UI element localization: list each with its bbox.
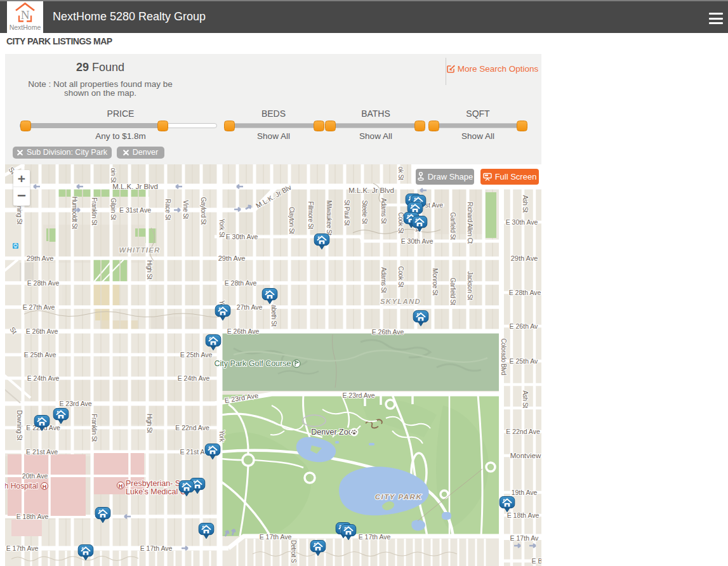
svg-text:N: N [21, 8, 30, 22]
svg-text:E 22nd Ave: E 22nd Ave [175, 424, 209, 431]
svg-text:H: H [43, 484, 47, 490]
svg-text:Cook St: Cook St [397, 267, 404, 287]
svg-text:ok St: ok St [397, 167, 404, 180]
svg-text:E 22nd Ave: E 22nd Ave [506, 428, 540, 435]
svg-text:29th Ave: 29th Ave [218, 254, 246, 262]
svg-text:Humboldt St: Humboldt St [71, 197, 78, 229]
svg-text:E 23rd Ave: E 23rd Ave [342, 392, 374, 399]
svg-text:Clayton St: Clayton St [288, 207, 295, 234]
svg-text:WHITTIER: WHITTIER [119, 246, 160, 254]
svg-text:Franklin St: Franklin St [91, 197, 98, 225]
svg-text:Adams St: Adams St [380, 267, 387, 293]
svg-text:Adams St: Adams St [380, 198, 387, 224]
svg-text:h Hospital: h Hospital [5, 482, 38, 490]
svg-text:York: York [218, 430, 225, 442]
svg-text:M.L.K. Jr Blvd: M.L.K. Jr Blvd [348, 187, 394, 194]
svg-text:E 25th Av: E 25th Av [510, 357, 539, 365]
svg-text:Gaylord St: Gaylord St [200, 197, 207, 225]
svg-text:Garfield St: Garfield St [449, 278, 456, 305]
svg-text:Fillmore St: Fillmore St [307, 201, 314, 229]
svg-text:E 30th Ave: E 30th Ave [506, 218, 538, 226]
svg-text:City Park Golf Course: City Park Golf Course [215, 359, 291, 368]
svg-text:29th Ave: 29th Ave [27, 254, 54, 262]
svg-text:27th Ave: 27th Ave [237, 303, 263, 311]
svg-text:E 17th Ave: E 17th Ave [359, 533, 391, 541]
svg-text:E B: E B [532, 557, 541, 565]
svg-text:Ash St: Ash St [522, 390, 529, 408]
svg-text:E 17th Av: E 17th Av [510, 534, 539, 542]
svg-text:E 24th Ave: E 24th Ave [27, 374, 60, 382]
svg-text:19th Ave: 19th Ave [512, 489, 538, 496]
svg-text:E 23rd Ave: E 23rd Ave [59, 400, 91, 407]
svg-text:E 25th Ave: E 25th Ave [180, 351, 213, 359]
svg-text:Race St: Race St [164, 199, 171, 220]
svg-text:Luke's Medical C: Luke's Medical C [126, 487, 186, 496]
svg-text:Garfield St: Garfield St [449, 213, 456, 240]
svg-text:SKYLAND: SKYLAND [380, 298, 421, 305]
svg-text:E 17th Ave: E 17th Ave [6, 544, 39, 552]
svg-text:E 28th Ave: E 28th Ave [509, 289, 541, 296]
svg-text:abeth St: abeth St [270, 305, 277, 327]
svg-text:Franklin St: Franklin St [91, 414, 98, 442]
svg-text:Milwaukee St: Milwaukee St [326, 201, 333, 235]
svg-text:E 25th Ave: E 25th Ave [24, 351, 56, 359]
svg-text:M.L.K. Jr Blvd: M.L.K. Jr Blvd [112, 183, 158, 190]
svg-text:E 28th Ave: E 28th Ave [27, 279, 60, 287]
svg-text:York St: York St [218, 218, 225, 237]
svg-text:E 27th Ave: E 27th Ave [23, 303, 55, 311]
svg-text:E 26th Ave: E 26th Ave [227, 327, 260, 335]
svg-text:Richard Allen Ct: Richard Allen Ct [467, 202, 473, 244]
svg-text:CITY PARK: CITY PARK [375, 493, 422, 501]
svg-text:E 17th Ave: E 17th Ave [140, 544, 173, 552]
svg-text:Jackson St: Jackson St [467, 272, 473, 301]
svg-text:Ash St: Ash St [522, 195, 529, 213]
svg-text:E 18th Ave: E 18th Ave [17, 513, 49, 520]
svg-text:E 30th Ave: E 30th Ave [401, 237, 433, 245]
svg-text:E 17th Ave: E 17th Ave [260, 533, 292, 541]
svg-text:Denver Zoo: Denver Zoo [311, 428, 352, 437]
svg-text:NextHome: NextHome [10, 23, 41, 31]
svg-text:E 24th Ave: E 24th Ave [178, 374, 210, 382]
svg-text:Monroe St: Monroe St [432, 268, 439, 296]
svg-text:E 31st Ave: E 31st Ave [119, 206, 151, 214]
svg-text:Presbyterian- St.: Presbyterian- St. [126, 479, 185, 488]
svg-text:Colorado Blvd: Colorado Blvd [500, 338, 507, 375]
svg-text:E 21st Ave: E 21st Ave [26, 448, 58, 456]
svg-text:Detroit S: Detroit S [290, 540, 297, 563]
svg-text:E 26th Ave: E 26th Ave [372, 328, 404, 336]
svg-text:Gilpin St: Gilpin St [110, 198, 117, 220]
svg-text:ning St: ning St [16, 206, 23, 225]
svg-text:E 26th Av: E 26th Av [510, 322, 539, 330]
svg-text:20th Ave: 20th Ave [22, 472, 48, 480]
svg-text:E 21st A: E 21st A [180, 448, 204, 456]
svg-text:Montview: Montview [510, 452, 541, 459]
svg-text:High St: High St [146, 414, 153, 433]
svg-text:E 30th Ave: E 30th Ave [226, 233, 258, 240]
svg-text:Cook St: Cook St [397, 213, 404, 234]
svg-text:E 26th Ave: E 26th Ave [26, 327, 58, 335]
svg-text:St Paul St: St Paul St [343, 200, 350, 226]
svg-text:Steele St: Steele St [361, 201, 368, 225]
svg-text:E 18th Ave: E 18th Ave [507, 511, 539, 519]
svg-text:E 28th Ave: E 28th Ave [225, 279, 257, 287]
svg-text:Downing St: Downing St [16, 410, 23, 440]
svg-text:st Ave: st Ave [425, 201, 444, 209]
svg-text:Vine St: Vine St [182, 200, 189, 219]
svg-text:High St: High St [146, 260, 153, 280]
svg-text:29th Ave: 29th Ave [511, 254, 538, 262]
svg-text:oin St: oin St [110, 168, 117, 183]
svg-text:H: H [119, 483, 123, 489]
